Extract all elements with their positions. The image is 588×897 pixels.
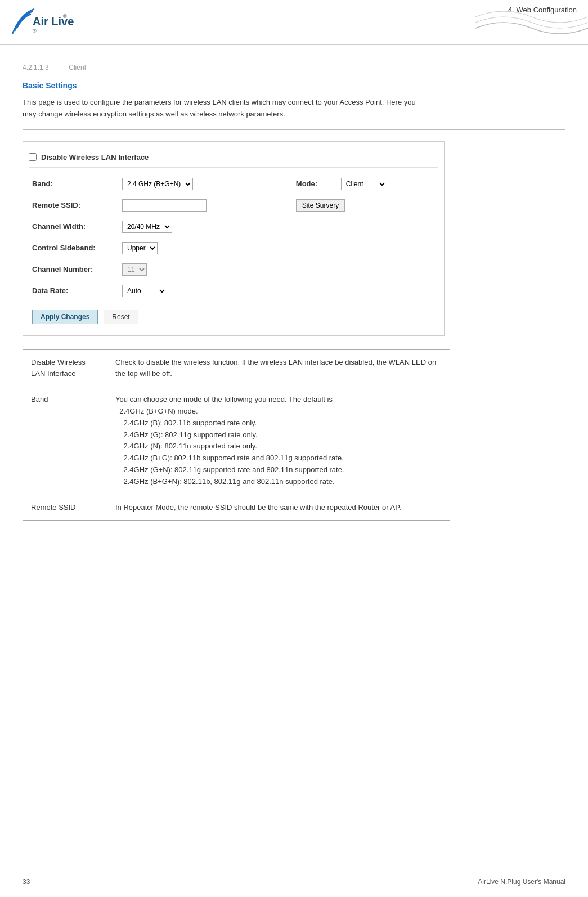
section-number: 4.2.1.1.3: [23, 64, 49, 71]
settings-form-table: Band: 2.4 GHz (B+G+N) 2.4 GHz (B) 2.4 GH…: [29, 173, 438, 302]
band-label: Band:: [29, 173, 119, 195]
control-sideband-select-cell: Upper Lower: [119, 237, 293, 259]
channel-width-empty: [293, 216, 438, 237]
mode-label: Mode:: [296, 180, 317, 188]
data-rate-select-cell: Auto 1 Mbps 2 Mbps 5.5 Mbps 11 Mbps 6 Mb…: [119, 280, 293, 302]
mode-select[interactable]: Client AP Repeater AP+WDS: [341, 178, 387, 190]
channel-number-label: Channel Number:: [29, 259, 119, 280]
svg-text:Air Live: Air Live: [33, 15, 74, 28]
logo-area: Air Live ® ®: [11, 6, 84, 38]
channel-number-select-cell: 11 123 456 789 101213: [119, 259, 293, 280]
band-mode-row: Band: 2.4 GHz (B+G+N) 2.4 GHz (B) 2.4 GH…: [29, 173, 438, 195]
channel-width-row: Channel Width: 20/40 MHz 20 MHz: [29, 216, 438, 237]
desc-term-0: Disable Wireless LAN Interface: [23, 349, 107, 387]
decorative-waves: [475, 0, 588, 39]
control-sideband-label: Control Sideband:: [29, 237, 119, 259]
svg-text:®: ®: [63, 14, 67, 19]
channel-width-select[interactable]: 20/40 MHz 20 MHz: [122, 221, 172, 233]
channel-number-empty: [293, 259, 438, 280]
table-row: Band You can choose one mode of the foll…: [23, 387, 450, 495]
buttons-row: Apply Changes Reset: [29, 310, 438, 324]
desc-description-0: Check to disable the wireless function. …: [107, 349, 450, 387]
disable-wireless-label: Disable Wireless LAN Interface: [41, 153, 149, 162]
page-number: 33: [23, 878, 30, 886]
site-survey-button[interactable]: Site Survery: [296, 199, 345, 212]
channel-width-select-cell: 20/40 MHz 20 MHz: [119, 216, 293, 237]
disable-wireless-checkbox[interactable]: [29, 153, 37, 161]
remote-ssid-label: Remote SSID:: [29, 195, 119, 216]
data-rate-empty: [293, 280, 438, 302]
main-content: 4.2.1.1.3 Client Basic Settings This pag…: [0, 45, 588, 532]
remote-ssid-input[interactable]: [122, 199, 207, 212]
mode-select-cell: Client AP Repeater AP+WDS: [338, 173, 438, 195]
description-table: Disable Wireless LAN Interface Check to …: [23, 349, 450, 521]
desc-description-1: You can choose one mode of the following…: [107, 387, 450, 495]
desc-term-1: Band: [23, 387, 107, 495]
description-text: This page is used to configure the param…: [23, 97, 416, 120]
band-select[interactable]: 2.4 GHz (B+G+N) 2.4 GHz (B) 2.4 GHz (G) …: [122, 178, 193, 190]
desc-description-2: In Repeater Mode, the remote SSID should…: [107, 495, 450, 521]
section-divider: [23, 129, 565, 130]
apply-changes-button[interactable]: Apply Changes: [32, 310, 98, 324]
table-row: Remote SSID In Repeater Mode, the remote…: [23, 495, 450, 521]
control-sideband-empty: [293, 237, 438, 259]
remote-ssid-row: Remote SSID: Site Survery: [29, 195, 438, 216]
band-select-cell: 2.4 GHz (B+G+N) 2.4 GHz (B) 2.4 GHz (G) …: [119, 173, 293, 195]
remote-ssid-input-cell: [119, 195, 293, 216]
channel-width-label: Channel Width:: [29, 216, 119, 237]
control-sideband-select[interactable]: Upper Lower: [122, 242, 158, 254]
channel-number-row: Channel Number: 11 123 456 789 101213: [29, 259, 438, 280]
section-heading: 4.2.1.1.3 Client: [23, 62, 565, 72]
section-title: Client: [69, 64, 86, 71]
footer: 33 AirLive N.Plug User's Manual: [0, 873, 588, 886]
table-row: Disable Wireless LAN Interface Check to …: [23, 349, 450, 387]
reset-button[interactable]: Reset: [104, 310, 138, 324]
control-sideband-row: Control Sideband: Upper Lower: [29, 237, 438, 259]
disable-wireless-row: Disable Wireless LAN Interface: [29, 147, 438, 168]
airlive-logo: Air Live ® ®: [11, 6, 84, 37]
channel-number-select[interactable]: 11 123 456 789 101213: [122, 263, 147, 276]
data-rate-select[interactable]: Auto 1 Mbps 2 Mbps 5.5 Mbps 11 Mbps 6 Mb…: [122, 285, 167, 297]
basic-settings-title: Basic Settings: [23, 81, 565, 90]
site-survey-cell: Site Survery: [293, 195, 438, 216]
mode-label-cell: Mode:: [293, 173, 338, 195]
manual-title: AirLive N.Plug User's Manual: [478, 878, 565, 886]
data-rate-label: Data Rate:: [29, 280, 119, 302]
desc-term-2: Remote SSID: [23, 495, 107, 521]
data-rate-row: Data Rate: Auto 1 Mbps 2 Mbps 5.5 Mbps 1…: [29, 280, 438, 302]
svg-text:®: ®: [33, 28, 37, 34]
form-area: Disable Wireless LAN Interface Band: 2.4…: [23, 141, 445, 336]
